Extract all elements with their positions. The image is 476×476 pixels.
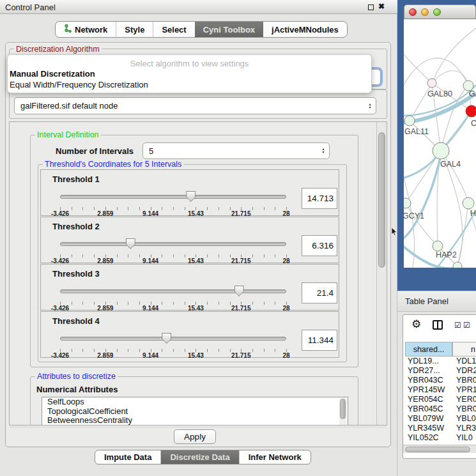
threshold-1-value-field[interactable]: 14.713	[302, 188, 337, 209]
list-scrollbar[interactable]	[339, 398, 347, 425]
node-gal4[interactable]	[433, 142, 449, 159]
tab-infer-network[interactable]: Infer Network	[240, 450, 311, 464]
tab-jactivemnodules[interactable]: jActiveMNodules	[263, 22, 347, 37]
algorithm-option[interactable]: Manual Discretization	[8, 68, 371, 79]
table-cell[interactable]: YDL1	[452, 357, 476, 366]
network-window-titlebar[interactable]	[404, 4, 476, 19]
slider-thumb[interactable]	[126, 238, 135, 249]
table-cell[interactable]: YDR27...	[405, 366, 452, 376]
slider-track[interactable]	[60, 289, 286, 293]
algorithm-options: Manual DiscretizationEqual Width/Frequen…	[8, 68, 371, 90]
table-row[interactable]: YIL052CYIL0	[405, 433, 476, 443]
threshold-4-panel: Threshold 4 -3.4262.8599.14415.4321.7152…	[40, 311, 339, 358]
zoom-traffic-light[interactable]	[433, 8, 441, 16]
table-cell[interactable]: YLR3	[452, 424, 476, 433]
table-cell[interactable]: YDR2	[452, 366, 476, 376]
threshold-2-panel: Threshold 2 -3.4262.8599.14415.4321.7152…	[40, 217, 339, 263]
split-view-icon[interactable]	[433, 320, 443, 330]
label-gal80: GAL80	[427, 89, 452, 98]
threshold-1-label: Threshold 1	[52, 174, 100, 184]
list-scrollbar-thumb[interactable]	[340, 399, 346, 419]
table-row[interactable]: YDL19...YDL1	[405, 357, 476, 366]
table-row[interactable]: YER054CYER0	[405, 395, 476, 404]
tab-network[interactable]: Network	[56, 22, 116, 37]
algorithm-popup-hint: Select algorithm to view settings	[8, 55, 371, 68]
table-cell[interactable]: YLR345W	[405, 424, 452, 433]
attribute-item[interactable]: BetweennessCentrality	[42, 416, 348, 426]
threshold-1-slider[interactable]	[60, 190, 286, 206]
slider-track[interactable]	[60, 195, 286, 199]
number-of-intervals-combobox[interactable]: 5 ▴▾	[142, 142, 330, 159]
slider-thumb[interactable]	[186, 191, 196, 202]
table-cell[interactable]: YER054C	[405, 395, 452, 404]
column-header-shared-name[interactable]: shared...	[405, 342, 452, 357]
table-hscrollbar[interactable]	[403, 445, 476, 453]
checkbox-icon[interactable]: ☑	[454, 321, 461, 330]
discretization-algorithm-label: Discretization Algorithm	[14, 45, 102, 54]
close-traffic-light[interactable]	[409, 8, 417, 16]
node-gal80[interactable]	[427, 79, 436, 88]
table-cell[interactable]: YPR1	[452, 385, 476, 395]
table-cell[interactable]: YER0	[452, 395, 476, 404]
table-cell[interactable]: YBR0	[452, 404, 476, 414]
table-cell[interactable]: YPR145W	[405, 385, 452, 395]
threshold-2-slider[interactable]	[60, 238, 286, 253]
control-panel-titlebar: Control Panel ✖	[0, 0, 397, 14]
tab-select[interactable]: Select	[153, 22, 194, 37]
algorithm-option[interactable]: Equal Width/Frequency Discretization	[8, 79, 371, 90]
node-gal11[interactable]	[404, 116, 415, 126]
pane-scrollbar-thumb[interactable]	[378, 132, 385, 268]
table-cell[interactable]: YBR0	[452, 376, 476, 385]
label-right-low: H	[470, 209, 476, 218]
pane-scrollbar[interactable]	[376, 122, 387, 425]
threshold-2-value-field[interactable]: 6.316	[302, 235, 337, 256]
table-cell[interactable]: YBL079W	[405, 414, 452, 424]
table-row[interactable]: YDR27...YDR2	[405, 366, 476, 376]
attribute-item[interactable]: SelfLoops	[42, 397, 348, 407]
attribute-item[interactable]: TopologicalCoefficient	[42, 407, 348, 417]
thresholds-group-label: Threshold's Coordinates for 5 Intervals	[43, 160, 183, 169]
table-cell[interactable]: YBR043C	[405, 376, 452, 385]
node-bottom[interactable]	[453, 262, 462, 268]
threshold-4-value-field[interactable]: 11.344	[302, 330, 337, 351]
threshold-3-slider[interactable]	[60, 285, 286, 300]
threshold-3-value-field[interactable]: 21.4	[302, 282, 337, 303]
table-cell[interactable]: YIL052C	[405, 433, 452, 443]
node-selected-red[interactable]	[466, 105, 476, 117]
label-gal4: GAL4	[440, 160, 461, 169]
table-cell[interactable]: YBR045C	[405, 404, 452, 414]
column-header-name[interactable]: n	[452, 342, 476, 357]
interval-definition-label: Interval Definition	[35, 130, 101, 139]
node-hap2[interactable]	[433, 241, 443, 251]
slider-thumb[interactable]	[162, 333, 171, 344]
minimize-traffic-light[interactable]	[421, 8, 429, 16]
table-row[interactable]: YLR345WYLR3	[405, 424, 476, 433]
tab-impute-data[interactable]: Impute Data	[95, 450, 161, 464]
tab-cyni-toolbox[interactable]: Cyni Toolbox	[195, 22, 263, 37]
node-gcy1[interactable]	[404, 198, 411, 208]
threshold-4-slider[interactable]	[60, 332, 286, 348]
float-window-icon[interactable]	[368, 4, 374, 10]
table-hscrollbar-thumb[interactable]	[405, 447, 470, 452]
attribute-items: SelfLoopsTopologicalCoefficientBetweenne…	[42, 397, 348, 426]
apply-button[interactable]: Apply	[174, 429, 216, 444]
network-canvas[interactable]: GAL80 GA C GAL11 GAL4 GCY1 H HAP2	[404, 19, 476, 268]
table-row[interactable]: YBR043CYBR0	[405, 376, 476, 385]
tab-discretize-data[interactable]: Discretize Data	[161, 450, 239, 464]
table-data-combobox[interactable]: galFiltered.sif default node ▴▾	[14, 97, 376, 114]
slider-track[interactable]	[60, 242, 286, 246]
table-row[interactable]: YPR145WYPR1	[405, 385, 476, 395]
table-cell[interactable]: YDL19...	[405, 357, 452, 366]
node-right-mid[interactable]	[463, 197, 474, 209]
slider-thumb[interactable]	[234, 286, 244, 296]
close-icon[interactable]: ✖	[378, 2, 385, 11]
numerical-attributes-heading: Numerical Attributes	[36, 385, 118, 394]
table-row[interactable]: YBL079WYBL0	[405, 414, 476, 424]
table-cell[interactable]: YIL0	[452, 433, 476, 443]
tab-style[interactable]: Style	[116, 22, 153, 37]
gear-icon[interactable]: ⚙	[411, 318, 421, 331]
table-cell[interactable]: YBL0	[452, 414, 476, 424]
checkbox-icon[interactable]: ☑	[463, 321, 470, 330]
slider-track[interactable]	[60, 337, 286, 341]
table-row[interactable]: YBR045CYBR0	[405, 404, 476, 414]
